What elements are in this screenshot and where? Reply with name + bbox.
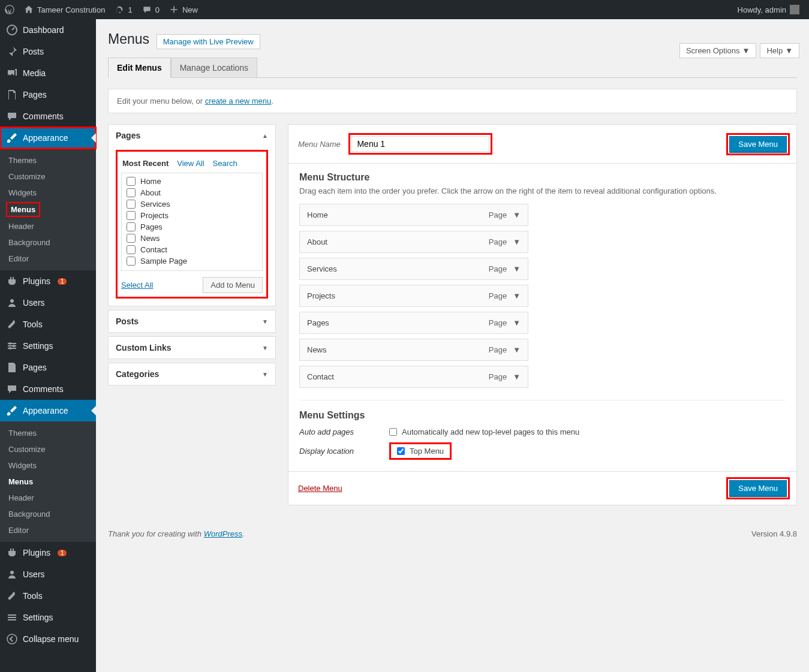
metabox-custom-header[interactable]: Custom Links▼ — [109, 337, 275, 358]
submenu-themes[interactable]: Themes — [0, 152, 96, 168]
page-checkbox[interactable] — [127, 245, 136, 254]
page-checkbox[interactable] — [127, 211, 136, 220]
page-item[interactable]: Services — [124, 198, 260, 210]
submenu-background[interactable]: Background — [0, 234, 96, 251]
sidebar-plugins[interactable]: Plugins1 — [0, 270, 96, 292]
new-link[interactable]: New — [164, 0, 203, 19]
site-link[interactable]: Tameer Constrution — [19, 0, 110, 19]
page-item[interactable]: News — [124, 233, 260, 244]
metabox-pages-header[interactable]: Pages▲ — [109, 125, 275, 146]
page-item[interactable]: Contact — [124, 244, 260, 255]
submenu2-menus[interactable]: Menus — [0, 474, 96, 490]
menu-item[interactable]: ServicesPage▼ — [299, 258, 528, 280]
wp-logo[interactable] — [0, 0, 19, 19]
menu-name-label: Menu Name — [298, 140, 341, 149]
submenu-header[interactable]: Header — [0, 218, 96, 234]
sidebar-collapse[interactable]: Collapse menu — [0, 628, 96, 650]
sidebar-appearance2[interactable]: Appearance — [0, 400, 96, 421]
howdy-link[interactable]: Howdy, admin — [733, 5, 804, 14]
submenu-customize[interactable]: Customize — [0, 168, 96, 185]
page-checkbox[interactable] — [127, 188, 136, 197]
submenu2-customize[interactable]: Customize — [0, 441, 96, 457]
sidebar-users[interactable]: Users — [0, 292, 96, 314]
save-menu-top-button[interactable]: Save Menu — [729, 136, 787, 152]
metabox-categories-header[interactable]: Categories▼ — [109, 363, 275, 385]
submenu2-themes[interactable]: Themes — [0, 425, 96, 441]
chevron-down-icon[interactable]: ▼ — [513, 237, 521, 246]
sidebar-comments[interactable]: Comments — [0, 106, 96, 127]
sidebar-tools[interactable]: Tools — [0, 314, 96, 335]
submenu-widgets[interactable]: Widgets — [0, 185, 96, 201]
submenu2-widgets[interactable]: Widgets — [0, 457, 96, 474]
sidebar-settings2[interactable]: Settings — [0, 607, 96, 628]
page-checkbox[interactable] — [127, 257, 136, 266]
add-to-menu-button[interactable]: Add to Menu — [203, 277, 263, 293]
submenu2-header[interactable]: Header — [0, 490, 96, 506]
display-location-label: Display location — [299, 447, 389, 456]
wordpress-link[interactable]: WordPress — [204, 529, 242, 538]
pages-list[interactable]: Home About Services Projects Pages News … — [121, 173, 263, 271]
tab-manage-locations[interactable]: Manage Locations — [171, 58, 257, 77]
menu-item[interactable]: AboutPage▼ — [299, 231, 528, 253]
save-menu-bottom-button[interactable]: Save Menu — [729, 480, 787, 496]
screen-options-button[interactable]: Screen Options ▼ — [679, 43, 756, 58]
sidebar-tools2[interactable]: Tools — [0, 585, 96, 607]
select-all-link[interactable]: Select All — [121, 281, 153, 290]
menu-item[interactable]: ContactPage▼ — [299, 366, 528, 388]
page-icon — [6, 361, 18, 373]
tab-edit-menus[interactable]: Edit Menus — [108, 58, 171, 78]
help-button[interactable]: Help ▼ — [760, 43, 799, 58]
pages-tab-all[interactable]: View All — [177, 159, 204, 168]
delete-menu-link[interactable]: Delete Menu — [298, 484, 342, 493]
top-menu-checkbox[interactable] — [397, 447, 405, 455]
sidebar-users2[interactable]: Users — [0, 563, 96, 585]
sidebar-media[interactable]: Media — [0, 62, 96, 84]
auto-add-checkbox[interactable] — [389, 428, 397, 436]
pages-tab-recent[interactable]: Most Recent — [122, 159, 169, 168]
menu-item[interactable]: ProjectsPage▼ — [299, 285, 528, 307]
sidebar-comments2[interactable]: Comments — [0, 378, 96, 400]
page-checkbox[interactable] — [127, 177, 136, 186]
chevron-down-icon[interactable]: ▼ — [513, 345, 521, 354]
submenu-menus[interactable]: Menus — [6, 202, 40, 217]
sidebar-settings[interactable]: Settings — [0, 335, 96, 357]
wordpress-icon — [5, 5, 14, 14]
sidebar-posts[interactable]: Posts — [0, 41, 96, 62]
plugin-icon — [6, 275, 18, 287]
sidebar-pages[interactable]: Pages — [0, 84, 96, 106]
submenu2-background[interactable]: Background — [0, 506, 96, 522]
page-checkbox[interactable] — [127, 222, 136, 231]
menu-item[interactable]: HomePage▼ — [299, 204, 528, 226]
page-item[interactable]: Pages — [124, 221, 260, 233]
page-item[interactable]: Sample Page — [124, 255, 260, 267]
live-preview-button[interactable]: Manage with Live Preview — [157, 34, 260, 49]
chevron-down-icon[interactable]: ▼ — [513, 372, 521, 381]
chevron-down-icon[interactable]: ▼ — [513, 264, 521, 273]
chevron-down-icon[interactable]: ▼ — [513, 291, 521, 300]
page-item[interactable]: About — [124, 187, 260, 198]
create-menu-link[interactable]: create a new menu — [205, 97, 272, 106]
submenu2-editor[interactable]: Editor — [0, 522, 96, 538]
menu-name-input[interactable] — [351, 136, 489, 152]
chevron-down-icon[interactable]: ▼ — [513, 210, 521, 219]
pages-panel-highlight: Most Recent View All Search Home About S… — [116, 150, 268, 299]
pages-tab-search[interactable]: Search — [213, 159, 237, 168]
sidebar-plugins2[interactable]: Plugins1 — [0, 542, 96, 563]
sidebar-appearance[interactable]: Appearance — [0, 127, 96, 149]
menu-item[interactable]: NewsPage▼ — [299, 339, 528, 361]
sidebar-dashboard[interactable]: Dashboard — [0, 19, 96, 41]
page-item[interactable]: Projects — [124, 210, 260, 221]
page-item[interactable]: Home — [124, 176, 260, 187]
menu-header: Menu Name Save Menu — [288, 125, 796, 164]
updates-link[interactable]: 1 — [110, 0, 137, 19]
metabox-posts-header[interactable]: Posts▼ — [109, 311, 275, 332]
submenu-editor[interactable]: Editor — [0, 251, 96, 267]
sidebar-pages2[interactable]: Pages — [0, 357, 96, 378]
chevron-down-icon[interactable]: ▼ — [513, 318, 521, 327]
page-checkbox[interactable] — [127, 200, 136, 209]
chevron-down-icon: ▼ — [262, 345, 268, 351]
menu-edit-panel: Menu Name Save Menu Menu Structure Drag … — [288, 124, 797, 505]
menu-item[interactable]: PagesPage▼ — [299, 312, 528, 334]
comments-link[interactable]: 0 — [137, 0, 164, 19]
page-checkbox[interactable] — [127, 234, 136, 243]
